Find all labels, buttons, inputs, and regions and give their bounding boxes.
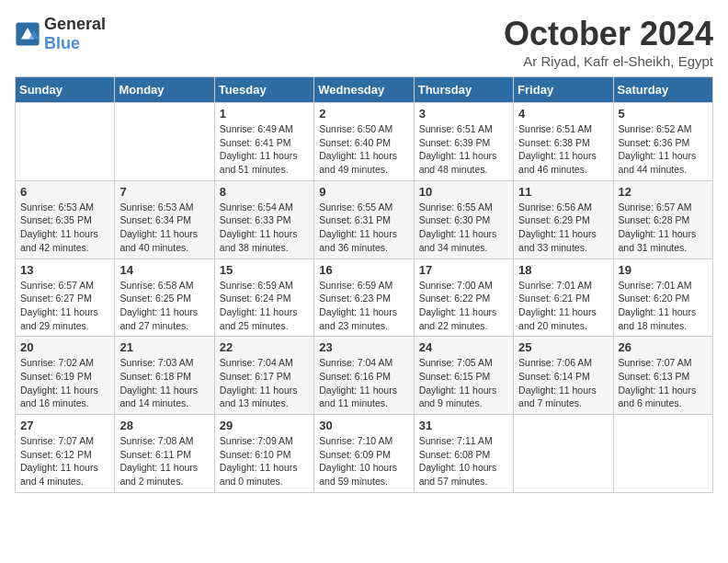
- calendar-cell: 30Sunrise: 7:10 AM Sunset: 6:09 PM Dayli…: [314, 415, 414, 493]
- day-number: 24: [419, 340, 508, 354]
- day-header-sunday: Sunday: [16, 77, 115, 103]
- month-title: October 2024: [504, 15, 713, 53]
- logo-blue: Blue: [44, 34, 80, 52]
- calendar-cell: 25Sunrise: 7:06 AM Sunset: 6:14 PM Dayli…: [514, 337, 613, 415]
- calendar-cell: 13Sunrise: 6:57 AM Sunset: 6:27 PM Dayli…: [16, 259, 115, 337]
- day-header-tuesday: Tuesday: [214, 77, 313, 103]
- cell-content: Sunrise: 6:59 AM Sunset: 6:23 PM Dayligh…: [319, 279, 408, 333]
- cell-content: Sunrise: 7:05 AM Sunset: 6:15 PM Dayligh…: [419, 356, 508, 410]
- cell-content: Sunrise: 6:59 AM Sunset: 6:24 PM Dayligh…: [220, 279, 309, 333]
- calendar-cell: 7Sunrise: 6:53 AM Sunset: 6:34 PM Daylig…: [115, 180, 214, 259]
- calendar-cell: 10Sunrise: 6:55 AM Sunset: 6:30 PM Dayli…: [414, 180, 513, 259]
- day-number: 16: [319, 263, 408, 277]
- day-number: 6: [20, 185, 109, 199]
- calendar-week-1: 1Sunrise: 6:49 AM Sunset: 6:41 PM Daylig…: [16, 103, 713, 181]
- cell-content: Sunrise: 6:57 AM Sunset: 6:28 PM Dayligh…: [619, 201, 708, 255]
- day-number: 21: [119, 340, 209, 354]
- calendar-cell: 11Sunrise: 6:56 AM Sunset: 6:29 PM Dayli…: [514, 180, 613, 259]
- location-title: Ar Riyad, Kafr el-Sheikh, Egypt: [504, 53, 713, 69]
- calendar-cell: 5Sunrise: 6:52 AM Sunset: 6:36 PM Daylig…: [613, 103, 712, 181]
- day-header-monday: Monday: [115, 77, 214, 103]
- calendar-cell: [16, 103, 115, 181]
- cell-content: Sunrise: 6:57 AM Sunset: 6:27 PM Dayligh…: [20, 279, 109, 333]
- cell-content: Sunrise: 7:02 AM Sunset: 6:19 PM Dayligh…: [20, 356, 109, 410]
- cell-content: Sunrise: 6:54 AM Sunset: 6:33 PM Dayligh…: [220, 201, 309, 255]
- calendar-cell: 28Sunrise: 7:08 AM Sunset: 6:11 PM Dayli…: [115, 415, 214, 493]
- day-number: 30: [319, 419, 408, 432]
- calendar-cell: 22Sunrise: 7:04 AM Sunset: 6:17 PM Dayli…: [214, 337, 313, 415]
- cell-content: Sunrise: 6:49 AM Sunset: 6:41 PM Dayligh…: [220, 122, 309, 177]
- calendar-cell: 6Sunrise: 6:53 AM Sunset: 6:35 PM Daylig…: [16, 180, 115, 259]
- calendar-cell: 3Sunrise: 6:51 AM Sunset: 6:39 PM Daylig…: [414, 103, 513, 181]
- calendar-cell: 18Sunrise: 7:01 AM Sunset: 6:21 PM Dayli…: [514, 259, 613, 337]
- calendar-cell: [115, 103, 214, 181]
- calendar-cell: 31Sunrise: 7:11 AM Sunset: 6:08 PM Dayli…: [414, 415, 513, 493]
- cell-content: Sunrise: 7:10 AM Sunset: 6:09 PM Dayligh…: [319, 434, 408, 488]
- cell-content: Sunrise: 7:07 AM Sunset: 6:12 PM Dayligh…: [20, 434, 109, 488]
- day-number: 23: [319, 340, 408, 354]
- day-number: 3: [419, 107, 508, 121]
- day-number: 31: [419, 419, 508, 432]
- calendar-cell: 16Sunrise: 6:59 AM Sunset: 6:23 PM Dayli…: [314, 259, 414, 337]
- logo: General Blue: [15, 15, 106, 53]
- day-number: 5: [619, 107, 708, 121]
- day-number: 12: [619, 185, 708, 199]
- day-number: 13: [20, 263, 109, 277]
- calendar-week-2: 6Sunrise: 6:53 AM Sunset: 6:35 PM Daylig…: [16, 180, 713, 259]
- day-number: 27: [20, 419, 109, 432]
- day-number: 28: [119, 419, 209, 432]
- day-number: 14: [119, 263, 209, 277]
- day-number: 25: [518, 340, 608, 354]
- page-header: General Blue October 2024 Ar Riyad, Kafr…: [15, 15, 713, 69]
- cell-content: Sunrise: 7:04 AM Sunset: 6:17 PM Dayligh…: [220, 356, 309, 410]
- calendar-cell: 8Sunrise: 6:54 AM Sunset: 6:33 PM Daylig…: [214, 180, 313, 259]
- cell-content: Sunrise: 7:09 AM Sunset: 6:10 PM Dayligh…: [220, 434, 309, 488]
- cell-content: Sunrise: 6:51 AM Sunset: 6:38 PM Dayligh…: [518, 122, 608, 177]
- calendar-cell: 20Sunrise: 7:02 AM Sunset: 6:19 PM Dayli…: [16, 337, 115, 415]
- calendar-cell: 27Sunrise: 7:07 AM Sunset: 6:12 PM Dayli…: [16, 415, 115, 493]
- day-number: 26: [619, 340, 708, 354]
- day-header-saturday: Saturday: [613, 77, 712, 103]
- calendar-week-4: 20Sunrise: 7:02 AM Sunset: 6:19 PM Dayli…: [16, 337, 713, 415]
- day-number: 22: [220, 340, 309, 354]
- calendar-cell: [613, 415, 712, 493]
- calendar-cell: 19Sunrise: 7:01 AM Sunset: 6:20 PM Dayli…: [613, 259, 712, 337]
- cell-content: Sunrise: 7:08 AM Sunset: 6:11 PM Dayligh…: [119, 434, 209, 488]
- day-number: 29: [220, 419, 309, 432]
- calendar-cell: 12Sunrise: 6:57 AM Sunset: 6:28 PM Dayli…: [613, 180, 712, 259]
- cell-content: Sunrise: 6:56 AM Sunset: 6:29 PM Dayligh…: [518, 201, 608, 255]
- day-number: 20: [20, 340, 109, 354]
- day-number: 1: [220, 107, 309, 121]
- calendar-cell: 2Sunrise: 6:50 AM Sunset: 6:40 PM Daylig…: [314, 103, 414, 181]
- calendar-cell: 26Sunrise: 7:07 AM Sunset: 6:13 PM Dayli…: [613, 337, 712, 415]
- day-number: 9: [319, 185, 408, 199]
- cell-content: Sunrise: 7:01 AM Sunset: 6:21 PM Dayligh…: [518, 279, 608, 333]
- cell-content: Sunrise: 7:04 AM Sunset: 6:16 PM Dayligh…: [319, 356, 408, 410]
- calendar-cell: 24Sunrise: 7:05 AM Sunset: 6:15 PM Dayli…: [414, 337, 513, 415]
- cell-content: Sunrise: 6:55 AM Sunset: 6:31 PM Dayligh…: [319, 201, 408, 255]
- day-header-wednesday: Wednesday: [314, 77, 414, 103]
- logo-general: General: [44, 15, 106, 33]
- calendar-cell: 14Sunrise: 6:58 AM Sunset: 6:25 PM Dayli…: [115, 259, 214, 337]
- calendar-week-3: 13Sunrise: 6:57 AM Sunset: 6:27 PM Dayli…: [16, 259, 713, 337]
- cell-content: Sunrise: 7:06 AM Sunset: 6:14 PM Dayligh…: [518, 356, 608, 410]
- calendar-header-row: SundayMondayTuesdayWednesdayThursdayFrid…: [16, 77, 713, 103]
- cell-content: Sunrise: 6:55 AM Sunset: 6:30 PM Dayligh…: [419, 201, 508, 255]
- calendar-week-5: 27Sunrise: 7:07 AM Sunset: 6:12 PM Dayli…: [16, 415, 713, 493]
- calendar-cell: 17Sunrise: 7:00 AM Sunset: 6:22 PM Dayli…: [414, 259, 513, 337]
- calendar-cell: 4Sunrise: 6:51 AM Sunset: 6:38 PM Daylig…: [514, 103, 613, 181]
- day-number: 11: [518, 185, 608, 199]
- calendar-cell: 15Sunrise: 6:59 AM Sunset: 6:24 PM Dayli…: [214, 259, 313, 337]
- day-number: 18: [518, 263, 608, 277]
- day-number: 2: [319, 107, 408, 121]
- cell-content: Sunrise: 7:03 AM Sunset: 6:18 PM Dayligh…: [119, 356, 209, 410]
- day-header-friday: Friday: [514, 77, 613, 103]
- day-number: 17: [419, 263, 508, 277]
- day-number: 7: [119, 185, 209, 199]
- day-number: 8: [220, 185, 309, 199]
- cell-content: Sunrise: 6:53 AM Sunset: 6:35 PM Dayligh…: [20, 201, 109, 255]
- cell-content: Sunrise: 6:52 AM Sunset: 6:36 PM Dayligh…: [619, 122, 708, 177]
- day-number: 15: [220, 263, 309, 277]
- cell-content: Sunrise: 7:07 AM Sunset: 6:13 PM Dayligh…: [619, 356, 708, 410]
- cell-content: Sunrise: 7:11 AM Sunset: 6:08 PM Dayligh…: [419, 434, 508, 488]
